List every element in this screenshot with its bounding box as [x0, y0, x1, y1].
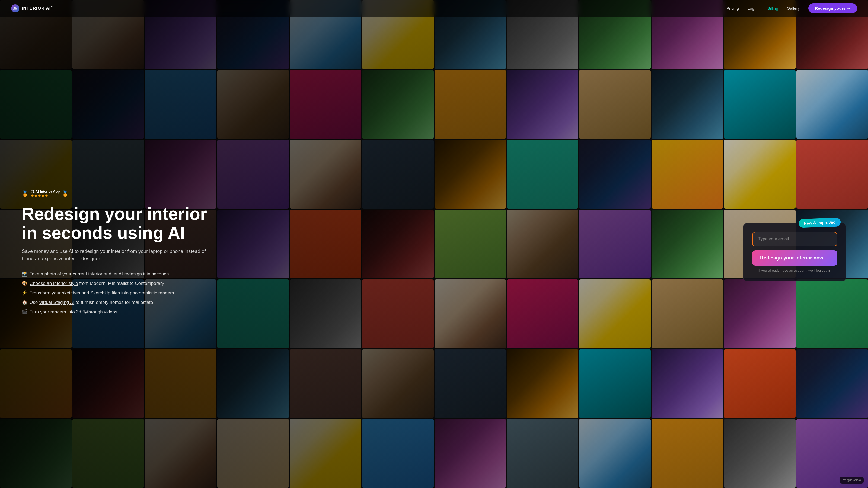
palette-emoji-icon: 🎨 — [22, 281, 27, 286]
choose-style-link[interactable]: Choose an interior style — [30, 281, 78, 286]
hero-features-list: 📸 Take a photo of your current interior … — [22, 271, 212, 315]
house-emoji-icon: 🏠 — [22, 300, 27, 305]
award-badge: 🏅 #1 AI Interior App ★★★★★ 🏅 — [22, 190, 212, 198]
feature-item-video: 🎬 Turn your renders into 3d flythrough v… — [22, 309, 212, 315]
nav-links: Pricing Log in Billing Gallery Redesign … — [726, 3, 857, 13]
logo-text: INTERIOR AI™ — [22, 6, 54, 11]
camera-emoji-icon: 📸 — [22, 271, 27, 277]
star-rating: ★★★★★ — [31, 194, 60, 198]
nav-pricing[interactable]: Pricing — [726, 6, 739, 10]
take-photo-link[interactable]: Take a photo — [30, 271, 56, 276]
turn-renders-link[interactable]: Turn your renders — [30, 310, 66, 315]
lightning-emoji-icon: ⚡ — [22, 290, 27, 296]
hero-content: 🏅 #1 AI Interior App ★★★★★ 🏅 Redesign yo… — [0, 190, 868, 315]
svg-point-2 — [14, 7, 16, 9]
laurel-left-icon: 🏅 — [22, 190, 29, 197]
virtual-staging-link[interactable]: Virtual Staging AI — [39, 300, 74, 305]
hero-subtitle: Save money and use AI to redesign your i… — [22, 248, 212, 262]
hero-left: 🏅 #1 AI Interior App ★★★★★ 🏅 Redesign yo… — [22, 190, 212, 315]
feature-item-photo: 📸 Take a photo of your current interior … — [22, 271, 212, 277]
nav-billing[interactable]: Billing — [767, 6, 778, 10]
redesign-now-button[interactable]: Redesign your interior now → — [752, 250, 837, 266]
nav-cta-button[interactable]: Redesign yours → — [808, 3, 857, 13]
navbar: INTERIOR AI™ Pricing Log in Billing Gall… — [0, 0, 868, 17]
email-input[interactable] — [752, 232, 837, 247]
hero-right: New & improved Redesign your interior no… — [743, 223, 846, 282]
laurel-right-icon: 🏅 — [62, 190, 69, 197]
film-emoji-icon: 🎬 — [22, 309, 27, 315]
nav-login[interactable]: Log in — [748, 6, 759, 10]
new-improved-badge: New & improved — [799, 218, 841, 228]
nav-gallery[interactable]: Gallery — [787, 6, 800, 10]
logo-icon — [11, 4, 20, 13]
cta-note: If you already have an account, we'll lo… — [752, 268, 837, 272]
cta-card: New & improved Redesign your interior no… — [743, 223, 846, 282]
transform-sketches-link[interactable]: Transform your sketches — [30, 290, 80, 295]
feature-item-style: 🎨 Choose an interior style from Modern, … — [22, 281, 212, 286]
feature-item-sketch: ⚡ Transform your sketches and SketchUp f… — [22, 290, 212, 296]
hero-section: 🏅 #1 AI Interior App ★★★★★ 🏅 Redesign yo… — [0, 0, 868, 488]
hero-title: Redesign your interior in seconds using … — [22, 204, 212, 242]
award-title: #1 AI Interior App — [31, 190, 60, 194]
by-levelsio: by @levelsio — [840, 477, 864, 484]
logo[interactable]: INTERIOR AI™ — [11, 4, 54, 13]
feature-item-staging: 🏠 Use Virtual Staging AI to furnish empt… — [22, 300, 212, 305]
